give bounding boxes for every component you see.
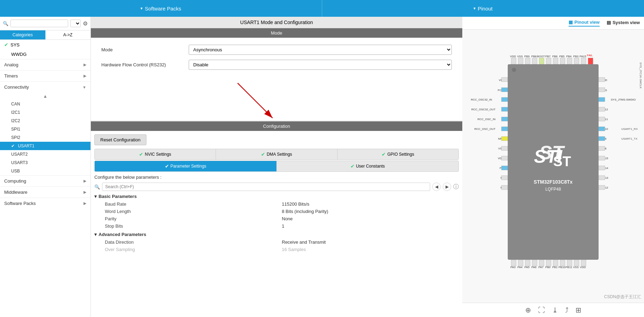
group-software-packs-label: Software Packs	[4, 201, 36, 206]
basic-params-label: Basic Parameters	[99, 194, 137, 199]
svg-rect-80	[599, 176, 605, 180]
svg-text:PA3: PA3	[511, 266, 516, 269]
panel-title: USART1 Mode and Configuration	[91, 17, 462, 28]
param-next-btn[interactable]: ▶	[443, 183, 451, 191]
check-icon-sys: ✔	[4, 42, 8, 47]
sidebar-search-input[interactable]	[10, 20, 68, 27]
group-software-packs-header[interactable]: Software Packs ▶	[0, 198, 91, 209]
advanced-params-label: Advanced Parameters	[99, 232, 146, 237]
tab-nvic-label: NVIC Settings	[145, 152, 171, 157]
svg-text:FAIL: FAIL	[587, 54, 593, 57]
group-timers: Timers ▶	[0, 70, 91, 81]
reset-config-button[interactable]: Reset Configuration	[94, 134, 146, 145]
tab-gpio-label: GPIO Settings	[387, 152, 414, 157]
software-packs-chevron: ▾	[140, 6, 143, 11]
mode-select[interactable]: Asynchronous	[189, 45, 452, 55]
sidebar-item-usart3[interactable]: USART3	[0, 158, 91, 167]
svg-text:PB9: PB9	[524, 55, 530, 58]
basic-params-header[interactable]: ▾ Basic Parameters	[94, 194, 459, 199]
gear-icon[interactable]: ⚙	[83, 20, 88, 27]
group-analog-label: Analog	[4, 62, 18, 67]
param-parity: Parity None	[94, 215, 459, 222]
mode-section: Mode Asynchronous Hardware Flow Control …	[91, 38, 462, 121]
sidebar-item-i2c2[interactable]: I2C2	[0, 117, 91, 125]
svg-text:PA15: PA15	[580, 55, 587, 58]
param-baud-rate-name: Baud Rate	[105, 201, 282, 207]
sidebar-item-can[interactable]: CAN	[0, 100, 91, 108]
tab-gpio[interactable]: ✔ GPIO Settings	[338, 149, 458, 160]
svg-rect-12	[539, 58, 544, 64]
group-timers-header[interactable]: Timers ▶	[0, 71, 91, 81]
chip-diagram: SYS_JTC1K-SMCLK VDD VSS PB9 PB8 BOOT PB7	[462, 30, 644, 303]
system-view-tab[interactable]: ▤ System view	[607, 20, 640, 27]
fit-view-btn[interactable]: ⛶	[538, 306, 545, 314]
export-btn[interactable]: ⤓	[552, 306, 558, 314]
group-software-packs-arrow: ▶	[84, 201, 86, 206]
tab-dma[interactable]: ✔ DMA Settings	[216, 149, 337, 160]
sidebar-item-usart1[interactable]: ✔ USART1	[0, 142, 91, 150]
sidebar-item-spi1-label: SPI1	[11, 127, 20, 132]
basic-params-chevron: ▾	[94, 194, 97, 199]
tab-a-z[interactable]: A->Z	[45, 30, 91, 39]
svg-rect-66	[599, 117, 605, 121]
svg-text:RCC_OSC32_IN: RCC_OSC32_IN	[471, 98, 492, 101]
svg-text:ST: ST	[539, 142, 565, 163]
config-tabs-row2: ✔ Parameter Settings ✔ User Constants	[94, 161, 459, 172]
tab-nvic-check: ✔	[139, 152, 143, 157]
sidebar-search-dropdown[interactable]	[70, 20, 81, 27]
svg-rect-92	[539, 260, 544, 266]
svg-rect-6	[518, 58, 523, 64]
sidebar-item-spi1[interactable]: SPI1	[0, 125, 91, 133]
check-icon-usart1: ✔	[11, 143, 15, 148]
right-pins: VDD VSS SYS_JTMS-SWDIO PA12 PA11 PA10 US…	[599, 78, 638, 190]
sidebar-item-i2c1[interactable]: I2C1	[0, 108, 91, 117]
hw-flow-row: Hardware Flow Control (RS232) Disable	[101, 60, 452, 70]
sidebar-item-spi2[interactable]: SPI2	[0, 133, 91, 142]
svg-rect-68	[599, 127, 605, 131]
svg-text:PB0: PB0	[545, 266, 551, 269]
pinout-view-tab[interactable]: ▦ Pinout view	[569, 20, 600, 27]
grid-btn[interactable]: ⊞	[576, 306, 581, 314]
svg-rect-10	[532, 58, 537, 64]
top-bar: ▾ Software Packs ▾ Pinout	[0, 0, 644, 17]
group-computing-header[interactable]: Computing ▶	[0, 176, 91, 186]
group-middleware-arrow: ▶	[84, 190, 86, 194]
hw-flow-select[interactable]: Disable	[189, 60, 452, 70]
svg-text:PA6: PA6	[531, 266, 537, 269]
software-packs-tab[interactable]: ▾ Software Packs	[0, 0, 322, 17]
scroll-up-btn[interactable]: ▲	[0, 93, 91, 100]
tab-user-constants[interactable]: ✔ User Constants	[277, 161, 458, 171]
svg-rect-104	[581, 260, 586, 266]
svg-line-1	[238, 83, 273, 118]
sidebar-item-sys[interactable]: ✔ SYS	[0, 40, 91, 50]
sidebar-item-usart1-label: USART1	[18, 143, 34, 148]
group-analog-header[interactable]: Analog ▶	[0, 59, 91, 70]
group-connectivity-header[interactable]: Connectivity ▼	[0, 82, 91, 93]
svg-rect-20	[567, 58, 572, 64]
tab-param-settings[interactable]: ✔ Parameter Settings	[95, 161, 277, 171]
sidebar-item-usb[interactable]: USB	[0, 167, 91, 175]
svg-rect-14	[546, 58, 551, 64]
share-btn[interactable]: ⤴	[565, 306, 569, 314]
sidebar-item-wwdg[interactable]: WWDG	[0, 50, 91, 59]
param-search-input[interactable]	[102, 183, 430, 191]
tab-categories[interactable]: Categories	[0, 30, 45, 39]
svg-text:PB4: PB4	[566, 55, 572, 58]
group-computing-arrow: ▶	[84, 179, 86, 183]
pinout-tab[interactable]: ▾ Pinout	[322, 0, 644, 17]
tab-nvic[interactable]: ✔ NVIC Settings	[95, 149, 216, 160]
param-info-btn[interactable]: ⓘ	[453, 183, 459, 191]
svg-text:RCC_OSC_OUT: RCC_OSC_OUT	[475, 127, 496, 131]
param-word-length: Word Length 8 Bits (including Parity)	[94, 208, 459, 215]
svg-text:VDD: VDD	[580, 266, 586, 269]
param-word-length-name: Word Length	[105, 209, 282, 214]
svg-text:SYS_JTC1K-SMCLK: SYS_JTC1K-SMCLK	[639, 62, 642, 89]
group-timers-arrow: ▶	[84, 74, 86, 78]
sidebar-item-usart2[interactable]: USART2	[0, 150, 91, 158]
zoom-in-btn[interactable]: ⊕	[525, 306, 531, 314]
param-prev-btn[interactable]: ◀	[432, 183, 441, 191]
group-middleware-header[interactable]: Middleware ▶	[0, 187, 91, 198]
svg-text:PB10: PB10	[558, 266, 565, 269]
advanced-params-header[interactable]: ▾ Advanced Parameters	[94, 232, 459, 237]
svg-rect-98	[560, 260, 565, 266]
